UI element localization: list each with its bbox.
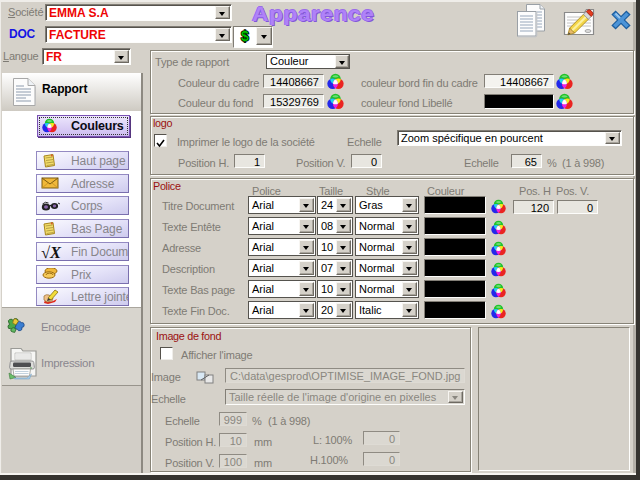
svg-text:√X: √X xyxy=(41,244,62,261)
svg-text:$: $ xyxy=(241,28,249,44)
